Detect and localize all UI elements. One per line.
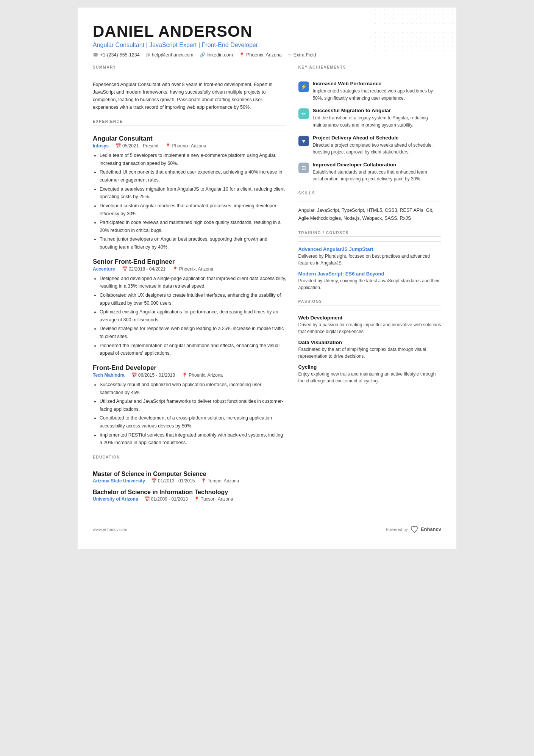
link-icon: 🔗 [200,52,205,58]
achievement-item-1: ⚡ Increased Web Performance Implemented … [298,81,441,102]
achievement-icon-4: ⊟ [298,163,309,173]
skills-section: SKILLS Angular, JavaScript, TypeScript, … [298,191,441,223]
training-section: TRAINING / COURSES Advanced AngularJS Ju… [298,231,441,291]
bullet-3-2: Utilized Angular and JavaScript framewor… [100,398,286,413]
contact-row: ☎ +1-(234)-555-1234 @ help@enhancv.com 🔗… [93,52,441,58]
contact-email: @ help@enhancv.com [146,52,194,58]
job-bullets-2: Designed and developed a single-page app… [93,275,286,357]
pin-icon-1: 📍 [165,143,171,149]
skills-section-title: SKILLS [298,191,441,197]
achievement-content-2: Successful Migration to Angular Led the … [313,108,441,128]
passion-item-1: Web Development Driven by a passion for … [298,315,441,335]
achievements-section-title: KEY ACHIEVEMENTS [298,65,441,71]
company-3: Tech Mahindra [93,373,125,378]
job-location-1: 📍 Phoenix, Arizona [165,143,206,149]
education-section-title: EDUCATION [93,455,286,461]
achievement-title-2: Successful Migration to Angular [313,108,441,113]
edu-degree-2: Bachelor of Science in Information Techn… [93,489,286,496]
star-icon: ☆ [288,52,292,58]
education-section: EDUCATION Master of Science in Computer … [93,455,286,502]
pin-icon-edu-2: 📍 [194,496,200,502]
job-date-2: 📅 02/2018 - 04/2021 [122,266,166,272]
edu-meta-2: University of Arizona 📅 01/2009 - 01/201… [93,496,286,502]
achievement-desc-4: Established standards and practices that… [313,169,441,183]
edu-school-2: University of Arizona [93,496,138,502]
experience-section: EXPERIENCE Angular Consultant Infosys 📅 … [93,119,286,447]
edu-meta-1: Arizona State University 📅 01/2013 - 01/… [93,478,286,484]
achievement-icon-2: ✏ [298,108,309,119]
summary-section: SUMMARY Experienced Angular Consultant w… [93,65,286,111]
achievement-item-3: ♥ Project Delivery Ahead of Schedule Dir… [298,135,441,156]
bullet-3-3: Contributed to the development of a cros… [100,414,286,430]
bullet-3-1: Successfully rebuilt and optimized web a… [100,381,286,396]
company-2: Accenture [93,266,115,272]
training-item-1: Advanced AngularJS JumpStart Delivered b… [298,246,441,266]
bullet-1-5: Participated in code reviews and maintai… [100,219,286,234]
edu-degree-1: Master of Science in Computer Science [93,471,286,477]
candidate-name: DANIEL ANDERSON [93,23,441,40]
contact-linkedin: 🔗 linkedin.com [200,52,233,58]
bullet-2-2: Collaborated with UX designers to create… [100,291,286,307]
footer-website: www.enhancv.com [93,527,127,532]
pin-icon-edu-1: 📍 [201,478,206,484]
passions-section-title: PASSIONS [298,299,441,305]
job-location-2: 📍 Phoenix, Arizona [172,266,213,272]
pin-icon-3: 📍 [182,373,187,378]
experience-section-title: EXPERIENCE [93,119,286,125]
training-title-2: Modern JavaScript: ES6 and Beyond [298,271,441,277]
footer-brand: Powered by Enhancv [386,525,441,534]
candidate-title: Angular Consultant | JavaScript Expert |… [93,42,441,49]
company-1: Infosys [93,143,109,149]
bullet-2-4: Devised strategies for responsive web de… [100,325,286,340]
edu-date-2: 📅 01/2009 - 01/2013 [144,496,188,502]
summary-section-title: SUMMARY [93,65,286,71]
achievement-desc-2: Led the transition of a legacy system to… [313,114,441,128]
passion-title-1: Web Development [298,315,441,321]
job-entry-1: Angular Consultant Infosys 📅 05/2021 - P… [93,135,286,251]
pin-icon-2: 📍 [172,266,178,272]
enhancv-heart-icon [410,525,418,534]
passion-title-3: Cycling [298,364,441,370]
job-meta-1: Infosys 📅 05/2021 - Present 📍 Phoenix, A… [93,143,286,149]
bullet-2-1: Designed and developed a single-page app… [100,275,286,290]
enhancv-brand-name: Enhancv [421,526,441,532]
edu-location-2: 📍 Tucson, Arizona [194,496,233,502]
achievement-item-4: ⊟ Improved Developer Collaboration Estab… [298,162,441,183]
passion-desc-3: Enjoy exploring new trails and maintaini… [298,371,441,384]
training-title-1: Advanced AngularJS JumpStart [298,246,441,252]
job-entry-2: Senior Front-End Engineer Accenture 📅 02… [93,258,286,357]
bullet-1-2: Redefined UI components that enhanced us… [100,168,286,184]
right-column: KEY ACHIEVEMENTS ⚡ Increased Web Perform… [298,65,441,510]
calendar-icon-edu-1: 📅 [151,478,157,484]
calendar-icon-1: 📅 [116,143,121,149]
job-date-1: 📅 05/2021 - Present [116,143,158,149]
left-column: SUMMARY Experienced Angular Consultant w… [93,65,286,510]
passion-desc-1: Driven by a passion for creating impactf… [298,321,441,335]
bullet-1-4: Developed custom Angular modules that au… [100,202,286,218]
achievement-title-3: Project Delivery Ahead of Schedule [313,135,441,141]
achievement-title-4: Improved Developer Collaboration [313,162,441,167]
achievement-item-2: ✏ Successful Migration to Angular Led th… [298,108,441,128]
achievement-icon-1: ⚡ [298,81,309,92]
training-desc-2: Provided by Udemy, covering the latest J… [298,277,441,291]
job-bullets-3: Successfully rebuilt and optimized web a… [93,381,286,447]
calendar-icon-edu-2: 📅 [144,496,150,502]
calendar-icon-3: 📅 [131,373,137,378]
edu-school-1: Arizona State University [93,478,145,484]
training-item-2: Modern JavaScript: ES6 and Beyond Provid… [298,271,441,291]
bullet-2-3: Optimized existing Angular applications … [100,308,286,324]
passions-section: PASSIONS Web Development Driven by a pas… [298,299,441,384]
job-entry-3: Front-End Developer Tech Mahindra 📅 06/2… [93,364,286,447]
powered-by-text: Powered by [386,527,408,532]
phone-icon: ☎ [93,52,98,58]
bullet-1-6: Trained junior developers on Angular bes… [100,235,286,251]
achievement-content-3: Project Delivery Ahead of Schedule Direc… [313,135,441,156]
job-bullets-1: Led a team of 5 developers to implement … [93,152,286,251]
edu-entry-1: Master of Science in Computer Science Ar… [93,471,286,484]
achievement-title-1: Increased Web Performance [313,81,441,86]
job-title-3: Front-End Developer [93,364,286,372]
job-meta-3: Tech Mahindra 📅 06/2015 - 01/2018 📍 Phoe… [93,373,286,378]
header-section: DANIEL ANDERSON Angular Consultant | Jav… [93,23,441,58]
training-desc-1: Delivered by Pluralsight, focused on bes… [298,253,441,266]
job-title-1: Angular Consultant [93,135,286,142]
